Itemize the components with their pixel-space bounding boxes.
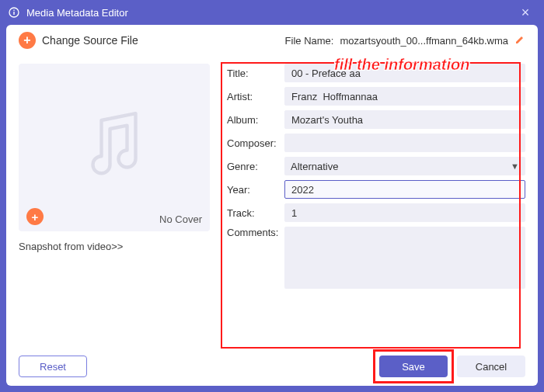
composer-row: Composer: [227,134,525,152]
titlebar: Media Metadata Editor × [0,0,544,25]
close-icon[interactable]: × [514,5,536,21]
panel-header: + Change Source File File Name: mozartsy… [6,25,538,56]
file-name-value: mozartsyouth_00...ffmann_64kb.wma [340,35,508,47]
info-icon [8,6,20,19]
track-label: Track: [227,207,284,219]
composer-input[interactable] [284,134,525,152]
title-input[interactable] [284,64,525,82]
add-cover-button[interactable]: + [26,208,44,225]
year-input[interactable] [284,180,525,199]
comments-label: Comments: [227,227,284,238]
content: + No Cover Snapshot from video>> Title: … [6,56,538,347]
save-highlight-box: Save [379,356,448,377]
main-panel: + Change Source File File Name: mozartsy… [6,25,538,386]
track-row: Track: [227,203,525,222]
album-row: Album: [227,110,525,129]
genre-select[interactable]: Alternative ▼ [284,157,525,175]
reset-button[interactable]: Reset [19,356,87,377]
chevron-down-icon: ▼ [511,161,519,171]
genre-value: Alternative [291,161,338,172]
artist-label: Artist: [227,91,284,102]
footer: Reset Save Cancel [6,347,538,386]
comments-row: Comments: [227,227,525,289]
album-label: Album: [227,114,284,126]
track-input[interactable] [284,203,525,222]
cancel-button[interactable]: Cancel [457,356,525,377]
genre-row: Genre: Alternative ▼ [227,157,525,175]
cover-placeholder: + No Cover [19,64,210,231]
save-button[interactable]: Save [379,356,448,377]
comments-input[interactable] [284,227,525,289]
svg-rect-2 [13,10,14,11]
window-title: Media Metadata Editor [26,7,128,19]
title-row: Title: [227,64,525,82]
edit-filename-icon[interactable] [514,34,525,47]
cover-column: + No Cover Snapshot from video>> [19,64,213,347]
no-cover-label: No Cover [159,213,202,225]
change-source-plus-icon[interactable]: + [19,32,36,49]
form-column: Title: Artist: Album: Composer: Genre: A… [227,64,525,347]
genre-label: Genre: [227,161,284,172]
snapshot-link[interactable]: Snapshot from video>> [19,241,213,252]
artist-row: Artist: [227,87,525,106]
file-name-label: File Name: [285,35,334,47]
svg-rect-1 [13,12,14,15]
album-input[interactable] [284,110,525,129]
year-row: Year: [227,180,525,199]
file-name-row: File Name: mozartsyouth_00...ffmann_64kb… [285,34,525,47]
change-source-label[interactable]: Change Source File [42,34,138,47]
year-label: Year: [227,184,284,196]
music-note-icon [71,103,157,192]
composer-label: Composer: [227,137,284,149]
title-label: Title: [227,68,284,79]
artist-input[interactable] [284,87,525,106]
